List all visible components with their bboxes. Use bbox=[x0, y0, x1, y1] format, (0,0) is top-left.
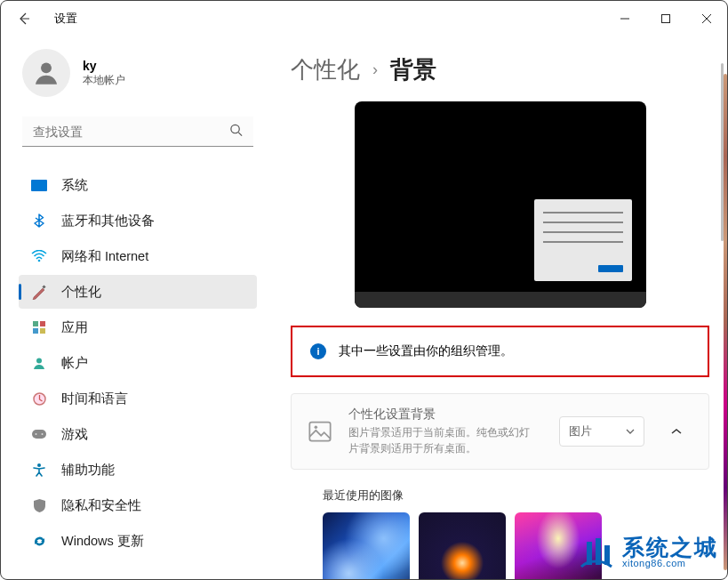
background-setting-card: 个性化设置背景 图片背景适用于当前桌面。纯色或幻灯片背景则适用于所有桌面。 图片 bbox=[291, 393, 709, 470]
person-icon bbox=[31, 58, 61, 88]
setting-title: 个性化设置背景 bbox=[348, 407, 543, 423]
system-icon bbox=[31, 180, 47, 191]
svg-point-5 bbox=[231, 125, 239, 133]
sidebar-item-label: 辅助功能 bbox=[61, 462, 115, 479]
sidebar-item-label: 游戏 bbox=[61, 426, 88, 443]
close-button[interactable] bbox=[686, 4, 727, 33]
search-icon bbox=[229, 124, 243, 141]
search-input[interactable] bbox=[22, 117, 253, 147]
sidebar-item-apps[interactable]: 应用 bbox=[19, 310, 257, 344]
gaming-icon bbox=[31, 426, 47, 442]
titlebar-left: 设置 bbox=[15, 10, 77, 28]
svg-point-20 bbox=[315, 426, 318, 430]
svg-point-4 bbox=[41, 62, 52, 73]
nav: 系统 蓝牙和其他设备 网络和 Internet 个性化 应用 帐户 bbox=[19, 168, 257, 560]
personalize-icon bbox=[31, 284, 47, 300]
sidebar-item-label: 系统 bbox=[61, 177, 88, 194]
preview-window bbox=[534, 199, 632, 281]
svg-rect-9 bbox=[33, 321, 38, 326]
sidebar-item-label: 个性化 bbox=[61, 284, 101, 301]
network-icon bbox=[31, 248, 47, 264]
preview-accent-bar bbox=[598, 265, 623, 272]
sidebar-item-bluetooth[interactable]: 蓝牙和其他设备 bbox=[19, 204, 257, 238]
update-icon bbox=[31, 533, 47, 549]
svg-point-13 bbox=[36, 358, 42, 364]
minimize-icon bbox=[620, 14, 629, 23]
chevron-down-icon bbox=[626, 429, 635, 434]
svg-point-17 bbox=[42, 433, 44, 435]
close-icon bbox=[702, 14, 711, 23]
breadcrumb-current: 背景 bbox=[390, 54, 436, 85]
background-type-select[interactable]: 图片 bbox=[559, 416, 644, 447]
sidebar-item-label: 帐户 bbox=[61, 355, 88, 372]
chevron-right-icon: › bbox=[372, 60, 378, 79]
accessibility-icon bbox=[31, 462, 47, 478]
watermark-url: xitong86.com bbox=[622, 559, 718, 568]
svg-rect-1 bbox=[662, 15, 670, 23]
sidebar-item-personalize[interactable]: 个性化 bbox=[19, 275, 257, 309]
sidebar-item-label: 网络和 Internet bbox=[61, 248, 148, 265]
org-managed-alert: i 其中一些设置由你的组织管理。 bbox=[291, 326, 709, 377]
bluetooth-icon bbox=[31, 213, 47, 229]
maximize-button[interactable] bbox=[645, 4, 686, 33]
watermark: 系统之城 xitong86.com bbox=[576, 533, 718, 572]
sidebar-item-system[interactable]: 系统 bbox=[19, 168, 257, 202]
content: ky 本地帐户 系统 蓝牙和其他设备 网络和 Internet bbox=[1, 36, 727, 579]
window-title: 设置 bbox=[54, 11, 77, 27]
setting-texts: 个性化设置背景 图片背景适用于当前桌面。纯色或幻灯片背景则适用于所有桌面。 bbox=[348, 407, 543, 456]
sidebar-item-network[interactable]: 网络和 Internet bbox=[19, 239, 257, 273]
titlebar: 设置 bbox=[1, 1, 727, 36]
sidebar-item-label: 应用 bbox=[61, 319, 88, 336]
breadcrumb-parent[interactable]: 个性化 bbox=[291, 54, 360, 85]
apps-icon bbox=[31, 319, 47, 335]
window-controls bbox=[604, 4, 727, 33]
minimize-button[interactable] bbox=[604, 4, 645, 33]
user-subtitle: 本地帐户 bbox=[83, 73, 125, 88]
sidebar-item-accessibility[interactable]: 辅助功能 bbox=[19, 453, 257, 487]
sidebar-item-label: Windows 更新 bbox=[61, 533, 144, 550]
decorative-edge bbox=[724, 74, 727, 570]
expand-button[interactable] bbox=[660, 415, 692, 447]
select-value: 图片 bbox=[569, 423, 592, 439]
maximize-icon bbox=[661, 14, 670, 23]
avatar bbox=[22, 49, 70, 97]
svg-point-7 bbox=[38, 260, 41, 262]
breadcrumb: 个性化 › 背景 bbox=[291, 54, 709, 85]
user-block[interactable]: ky 本地帐户 bbox=[19, 49, 257, 97]
setting-desc: 图片背景适用于当前桌面。纯色或幻灯片背景则适用于所有桌面。 bbox=[348, 424, 535, 456]
svg-rect-19 bbox=[309, 423, 330, 441]
info-icon: i bbox=[310, 343, 326, 359]
time-icon bbox=[31, 391, 47, 407]
chevron-up-icon bbox=[671, 428, 682, 435]
svg-point-16 bbox=[36, 433, 37, 435]
sidebar-item-label: 时间和语言 bbox=[61, 391, 128, 407]
user-texts: ky 本地帐户 bbox=[83, 59, 125, 88]
picture-icon bbox=[308, 419, 332, 444]
main: 个性化 › 背景 i 其中一些设置由你的组织管理。 个性化设置背景 图片背景适用… bbox=[266, 36, 727, 579]
sidebar-item-label: 隐私和安全性 bbox=[61, 497, 141, 514]
sidebar-item-accounts[interactable]: 帐户 bbox=[19, 346, 257, 380]
user-name: ky bbox=[83, 59, 125, 73]
svg-rect-12 bbox=[40, 328, 45, 334]
svg-point-18 bbox=[37, 463, 41, 467]
search-box[interactable] bbox=[22, 117, 253, 147]
recent-image-thumb[interactable] bbox=[323, 512, 410, 579]
background-preview bbox=[355, 101, 646, 308]
sidebar-item-time[interactable]: 时间和语言 bbox=[19, 382, 257, 415]
preview-taskbar bbox=[355, 292, 646, 308]
svg-line-6 bbox=[238, 133, 242, 136]
arrow-left-icon bbox=[17, 12, 31, 26]
back-button[interactable] bbox=[15, 10, 33, 28]
sidebar-item-gaming[interactable]: 游戏 bbox=[19, 417, 257, 451]
sidebar: ky 本地帐户 系统 蓝牙和其他设备 网络和 Internet bbox=[1, 36, 266, 579]
sidebar-item-update[interactable]: Windows 更新 bbox=[19, 524, 257, 558]
accounts-icon bbox=[31, 355, 47, 371]
sidebar-item-label: 蓝牙和其他设备 bbox=[61, 213, 155, 230]
recent-image-thumb[interactable] bbox=[419, 512, 506, 579]
watermark-logo-icon bbox=[576, 533, 615, 572]
recent-images-label: 最近使用的图像 bbox=[323, 487, 709, 503]
sidebar-item-privacy[interactable]: 隐私和安全性 bbox=[19, 488, 257, 522]
watermark-text: 系统之城 xitong86.com bbox=[622, 536, 718, 568]
privacy-icon bbox=[31, 497, 47, 513]
svg-rect-11 bbox=[33, 328, 38, 334]
